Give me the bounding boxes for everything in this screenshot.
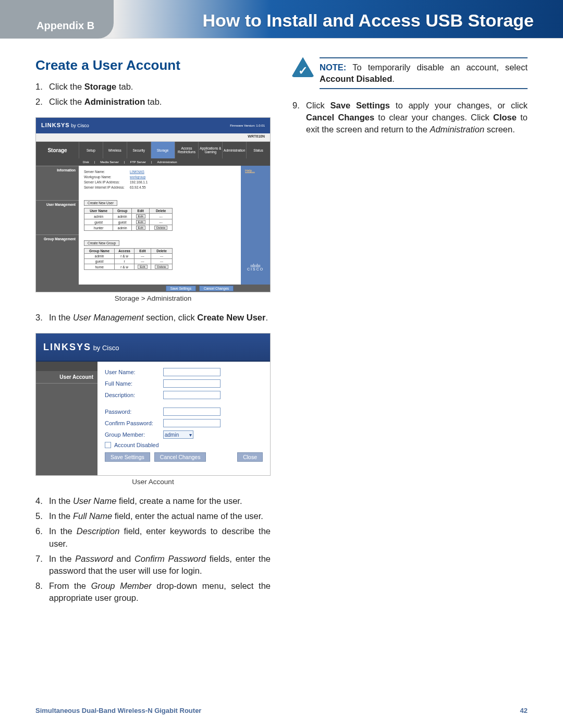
account-disabled-checkbox[interactable] bbox=[105, 442, 111, 448]
subnav: Disk | Media Server | FTP Server | Admin… bbox=[36, 158, 270, 166]
step-3: In the User Management section, click Cr… bbox=[35, 312, 271, 324]
fig1-sidebar: Information User Management Group Manage… bbox=[36, 166, 79, 285]
product-name: Simultaneous Dual-Band Wireless-N Gigabi… bbox=[35, 707, 201, 714]
info-val[interactable]: LINKNAS bbox=[130, 170, 144, 174]
step-2: Click the Administration tab. bbox=[35, 96, 271, 108]
text: tab. bbox=[145, 97, 162, 106]
help-link[interactable]: Help... bbox=[245, 169, 255, 172]
text: Click bbox=[306, 101, 331, 110]
fig1-nav: Storage Setup Wireless Security Storage … bbox=[36, 142, 270, 158]
edit-button[interactable]: Edit bbox=[138, 265, 147, 269]
step-5: In the Full Name field, enter the actual… bbox=[35, 510, 271, 522]
edit-button[interactable]: Edit bbox=[136, 226, 145, 230]
figure-storage-admin: LINKSYS by Cisco Firmware Version: 1.0.0… bbox=[35, 117, 271, 292]
fig2-side-top bbox=[36, 362, 97, 371]
create-new-group-button[interactable]: Create New Group bbox=[84, 240, 119, 246]
tab-apps[interactable]: Applications & Gaming bbox=[198, 142, 222, 158]
password-input[interactable] bbox=[163, 408, 221, 416]
tab-status[interactable]: Status bbox=[246, 142, 270, 158]
tab-setup[interactable]: Setup bbox=[79, 142, 103, 158]
text: to apply your changes, or click bbox=[390, 101, 528, 110]
note-box: ✓ NOTE: To temporarily disable an accoun… bbox=[292, 57, 528, 89]
group-member-label: Group Member: bbox=[105, 431, 163, 438]
italic-text: Administration bbox=[430, 125, 485, 134]
step-8: From the Group Member drop-down menu, se… bbox=[35, 580, 271, 604]
bold-administration: Administration bbox=[84, 97, 145, 106]
fig1-header: LINKSYS by Cisco Firmware Version: 1.0.0… bbox=[36, 118, 270, 133]
edit-button[interactable]: Edit bbox=[136, 220, 145, 224]
bold-text: Create New User bbox=[197, 313, 265, 322]
tab-security[interactable]: Security bbox=[127, 142, 151, 158]
text: To temporarily disable an account, selec… bbox=[346, 63, 528, 72]
step-6: In the Description field, enter keywords… bbox=[35, 525, 271, 549]
bold-storage: Storage bbox=[84, 82, 116, 91]
td: guest bbox=[113, 219, 132, 225]
italic-text: Full Name bbox=[73, 511, 112, 521]
step-4: In the User Name field, create a name fo… bbox=[35, 495, 271, 507]
text: tab. bbox=[116, 82, 133, 91]
td: admin bbox=[113, 225, 132, 231]
chevron-down-icon: ▾ bbox=[189, 432, 192, 438]
td: guest bbox=[84, 219, 113, 225]
username-input[interactable] bbox=[163, 368, 221, 376]
tab-access[interactable]: Access Restrictions bbox=[175, 142, 199, 158]
username-label: User Name: bbox=[105, 369, 163, 375]
appendix-label: Appendix B bbox=[36, 20, 94, 32]
bold-text: Save Settings bbox=[331, 101, 390, 110]
fig2-main: User Name: Full Name: Description: Passw… bbox=[97, 362, 270, 475]
description-input[interactable] bbox=[163, 391, 221, 399]
delete-button[interactable]: Delete bbox=[154, 226, 167, 230]
group-member-select[interactable]: admin▾ bbox=[163, 430, 193, 439]
td: --- bbox=[150, 219, 173, 225]
tab-storage[interactable]: Storage bbox=[151, 142, 175, 158]
step-list-right: Click Save Settings to apply your change… bbox=[292, 100, 528, 135]
td: admin bbox=[84, 254, 115, 259]
cancel-changes-button[interactable]: Cancel Changes bbox=[199, 286, 234, 291]
text: screen. bbox=[484, 125, 515, 134]
tab-wireless[interactable]: Wireless bbox=[103, 142, 127, 158]
text: field, enter the actual name of the user… bbox=[112, 511, 263, 521]
th: Delete bbox=[151, 249, 173, 254]
cancel-changes-button[interactable]: Cancel Changes bbox=[154, 452, 206, 462]
text: In the bbox=[49, 313, 73, 322]
subnav-ftp[interactable]: FTP Server bbox=[129, 161, 147, 164]
fig2-body: User Account User Name: Full Name: Descr… bbox=[36, 362, 270, 475]
save-settings-button[interactable]: Save Settings bbox=[166, 286, 196, 291]
select-value: admin bbox=[165, 432, 179, 438]
fig1-right-panel: Help... ıılıılııCISCO bbox=[241, 166, 270, 285]
subnav-media[interactable]: Media Server bbox=[99, 161, 120, 164]
text: From the bbox=[49, 581, 91, 590]
fig2-header: LINKSYS by Cisco bbox=[36, 334, 270, 362]
model-bar: WRT610N bbox=[36, 133, 270, 142]
side-user-account: User Account bbox=[36, 371, 97, 384]
italic-text: Description bbox=[77, 526, 120, 536]
subnav-admin[interactable]: Administration bbox=[156, 161, 178, 164]
edit-button[interactable]: Edit bbox=[136, 214, 145, 218]
text: Click the bbox=[49, 82, 84, 91]
td: --- bbox=[134, 259, 151, 264]
cisco-text: CISCO bbox=[247, 267, 264, 271]
td: --- bbox=[134, 254, 151, 259]
step-1: Click the Storage tab. bbox=[35, 81, 271, 93]
step-7: In the Password and Confirm Password fie… bbox=[35, 553, 271, 577]
td: admin bbox=[113, 214, 132, 219]
text: In the bbox=[49, 526, 77, 536]
confirm-password-input[interactable] bbox=[163, 419, 221, 427]
page-header: Appendix B How to Install and Access USB… bbox=[0, 0, 563, 39]
close-button[interactable]: Close bbox=[237, 452, 263, 462]
fullname-input[interactable] bbox=[163, 379, 221, 388]
create-new-user-button[interactable]: Create New User bbox=[84, 200, 117, 206]
save-settings-button[interactable]: Save Settings bbox=[105, 452, 150, 462]
step-list-cont2: In the User Name field, create a name fo… bbox=[35, 495, 271, 604]
td: --- bbox=[150, 214, 173, 219]
td: r & w bbox=[115, 254, 134, 259]
info-label: Workgroup Name: bbox=[84, 175, 130, 179]
th: Group bbox=[113, 208, 132, 214]
logo-text: LINKSYS bbox=[43, 342, 91, 352]
tab-admin[interactable]: Administration bbox=[222, 142, 246, 158]
info-label: Server Name: bbox=[84, 170, 130, 174]
td: home bbox=[84, 264, 115, 270]
delete-button[interactable]: Delete bbox=[155, 265, 168, 269]
info-val[interactable]: workgroup bbox=[130, 175, 145, 179]
subnav-disk[interactable]: Disk bbox=[82, 161, 90, 164]
